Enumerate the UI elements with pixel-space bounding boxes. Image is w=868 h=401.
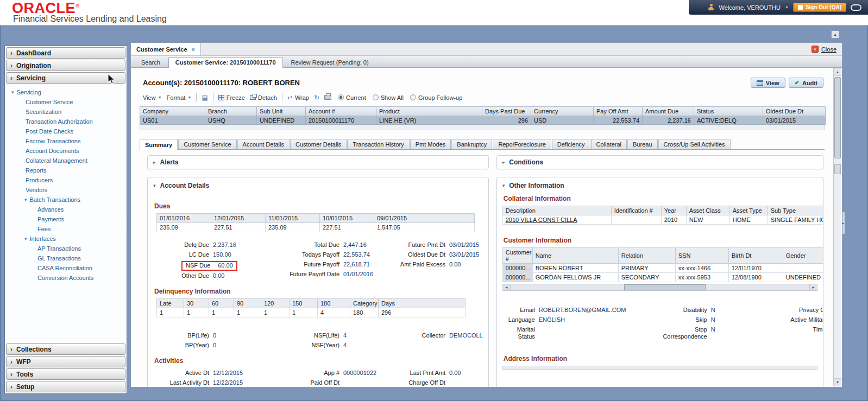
collateral-column-header[interactable]: Asset Type bbox=[729, 206, 768, 215]
tab-search[interactable]: Search bbox=[134, 57, 167, 67]
grid-column-header[interactable]: Amount Due bbox=[643, 107, 694, 116]
scroll-right-arrow[interactable]: ► bbox=[809, 284, 817, 290]
close-button[interactable]: × Close bbox=[806, 43, 842, 55]
grid-column-header[interactable]: Currency bbox=[531, 107, 594, 116]
tree-link[interactable]: Collateral Management bbox=[5, 156, 127, 166]
wrap-button[interactable]: ↵Wrap bbox=[287, 94, 309, 101]
view-menu-button[interactable]: View▼ bbox=[143, 94, 162, 101]
tree-link[interactable]: Post Date Checks bbox=[5, 126, 127, 136]
tree-link[interactable]: Escrow Transactions bbox=[5, 136, 127, 146]
delinquency-column-header[interactable]: 120 bbox=[261, 299, 290, 308]
customer-column-header[interactable]: Relation bbox=[618, 248, 675, 264]
scrollbar-block[interactable] bbox=[834, 164, 841, 174]
sidebar-section-servicing[interactable]: ›Servicing bbox=[6, 72, 125, 84]
dues-column-header[interactable]: 12/01/2015 bbox=[211, 214, 266, 223]
expand-open-icon[interactable]: ▾ bbox=[11, 90, 14, 95]
delinquency-column-header[interactable]: 180 bbox=[318, 299, 350, 308]
tree-link[interactable]: AP Transactions bbox=[5, 244, 127, 253]
scrollbar-track[interactable] bbox=[511, 284, 809, 290]
customer-column-header[interactable]: Birth Dt bbox=[728, 248, 783, 264]
radio-current[interactable]: Current bbox=[338, 94, 366, 101]
dues-row[interactable]: 235.09227.51235.09227.511,547.05 bbox=[157, 223, 475, 232]
account-row[interactable]: US01USHQUNDEFINED20150100011170 LINE HE … bbox=[140, 116, 826, 125]
customer-column-header[interactable]: Name bbox=[532, 248, 618, 264]
dues-column-header[interactable]: 01/01/2016 bbox=[157, 214, 211, 223]
tree-link[interactable]: Fees bbox=[5, 224, 127, 234]
audit-button[interactable]: ✔Audit bbox=[789, 78, 823, 88]
grid-column-header[interactable]: Status bbox=[694, 107, 763, 116]
dues-column-header[interactable]: 11/01/2015 bbox=[266, 214, 320, 223]
tree-node-interfaces[interactable]: ▾ Interfaces bbox=[5, 234, 127, 244]
customer-row[interactable]: 000000...GORDAN FELLOWS JRSECONDARYxx-xx… bbox=[502, 273, 823, 282]
tab-sub-collateral[interactable]: Collateral bbox=[591, 139, 627, 149]
tab-sub-cross-up-sell[interactable]: Cross/Up Sell Activities bbox=[658, 139, 731, 149]
tab-close-icon[interactable]: × bbox=[192, 46, 195, 53]
welcome-menu[interactable]: Welcome, VEROUTHU bbox=[719, 4, 780, 11]
tree-link[interactable]: CASA Reconciliation bbox=[5, 263, 127, 273]
collateral-description-link[interactable]: 2010 VILLA CONST CILLA bbox=[502, 215, 611, 225]
scroll-left-arrow[interactable]: ◄ bbox=[503, 284, 511, 290]
grid-scroll-strip[interactable] bbox=[140, 125, 825, 130]
collateral-row[interactable]: 2010 VILLA CONST CILLA 2010NEWHOMESINGLE… bbox=[502, 215, 823, 225]
sidebar-section-wfp[interactable]: ›WFP bbox=[6, 356, 125, 367]
print-icon[interactable] bbox=[324, 95, 331, 100]
scrollbar-track[interactable] bbox=[834, 76, 841, 378]
sidebar-section-setup[interactable]: ›Setup bbox=[6, 381, 125, 392]
sign-out-button[interactable]: Sign Out [QA] bbox=[793, 3, 846, 12]
dues-column-header[interactable]: 10/01/2015 bbox=[320, 214, 374, 223]
tree-link[interactable]: Customer Service bbox=[5, 97, 127, 107]
scroll-up-arrow[interactable]: ▲ bbox=[831, 30, 839, 39]
tab-sub-customer-service[interactable]: Customer Service bbox=[178, 139, 236, 149]
delinquency-column-header[interactable]: 90 bbox=[234, 299, 261, 308]
dues-column-header[interactable]: 09/01/2015 bbox=[374, 214, 475, 223]
freeze-button[interactable]: Freeze bbox=[218, 94, 245, 101]
sidebar-section-tools[interactable]: ›Tools bbox=[6, 368, 125, 380]
collateral-column-header[interactable]: Description bbox=[502, 206, 611, 215]
sidebar-section-dashboard[interactable]: ›DashBoard bbox=[6, 47, 125, 59]
tree-link[interactable]: Reports bbox=[5, 166, 127, 175]
customer-column-header[interactable]: Gender bbox=[783, 248, 823, 264]
refresh-icon[interactable]: ↻ bbox=[314, 94, 319, 101]
expand-closed-icon[interactable]: ▸ bbox=[502, 160, 505, 165]
tree-link[interactable]: Producers bbox=[5, 175, 127, 185]
expand-open-icon[interactable]: ▾ bbox=[24, 197, 27, 202]
tree-node-servicing[interactable]: ▾ Servicing bbox=[5, 87, 127, 97]
tab-review-request[interactable]: Review Request (Pending: 0) bbox=[284, 57, 376, 67]
radio-show-all[interactable]: Show All bbox=[373, 94, 404, 101]
scroll-up-arrow[interactable]: ▲ bbox=[834, 68, 841, 76]
customer-column-header[interactable]: SSN bbox=[675, 248, 728, 264]
tab-summary[interactable]: Summary bbox=[140, 139, 178, 150]
delinquency-column-header[interactable]: 150 bbox=[290, 299, 318, 308]
export-icon[interactable]: ▤ bbox=[202, 94, 207, 101]
detach-button[interactable]: Detach bbox=[250, 94, 277, 101]
horizontal-scrollbar[interactable]: ◄ ► bbox=[502, 284, 817, 291]
expand-open-icon[interactable]: ▾ bbox=[502, 183, 505, 188]
radio-group-follow-up[interactable]: Group Follow-up bbox=[410, 94, 462, 101]
delinquency-column-header[interactable]: Category bbox=[350, 299, 379, 308]
delinquency-column-header[interactable]: 60 bbox=[209, 299, 234, 308]
expand-open-icon[interactable]: ▾ bbox=[24, 236, 27, 241]
tree-link[interactable]: Conversion Accounts bbox=[5, 273, 127, 283]
tree-node-batch-transactions[interactable]: ▾ Batch Transactions bbox=[5, 195, 127, 205]
scrollbar-thumb[interactable] bbox=[834, 77, 841, 158]
grid-column-header[interactable]: Product bbox=[376, 107, 482, 116]
grid-column-header[interactable]: Pay Off Amt bbox=[594, 107, 643, 116]
tab-sub-account-details[interactable]: Account Details bbox=[237, 139, 290, 149]
format-menu-button[interactable]: Format▼ bbox=[167, 94, 192, 101]
tree-link[interactable]: Advances bbox=[5, 205, 127, 214]
customer-column-header[interactable]: Customer # bbox=[502, 248, 532, 264]
tree-link[interactable]: Transaction Authorization bbox=[5, 117, 127, 126]
delinquency-column-header[interactable]: Late bbox=[157, 299, 184, 308]
grid-column-header[interactable]: Company bbox=[140, 107, 205, 116]
tab-sub-bureau[interactable]: Bureau bbox=[627, 139, 657, 149]
grid-column-header[interactable]: Oldest Due Dt bbox=[763, 107, 826, 116]
collateral-column-header[interactable]: Year bbox=[661, 206, 686, 215]
customer-row[interactable]: 000000...BOREN ROBERTPRIMARYxx-xxx-14661… bbox=[502, 264, 823, 273]
grid-column-header[interactable]: Sub Unit bbox=[257, 107, 306, 116]
tree-link[interactable]: Account Documents bbox=[5, 146, 127, 156]
sidebar-section-origination[interactable]: ›Origination bbox=[6, 60, 125, 71]
collateral-column-header[interactable]: Sub Type bbox=[768, 206, 823, 215]
tree-link[interactable]: Securitization bbox=[5, 107, 127, 117]
tab-sub-pmt-modes[interactable]: Pmt Modes bbox=[410, 139, 451, 149]
tab-sub-repo-foreclosure[interactable]: Repo/Foreclosure bbox=[493, 139, 551, 149]
